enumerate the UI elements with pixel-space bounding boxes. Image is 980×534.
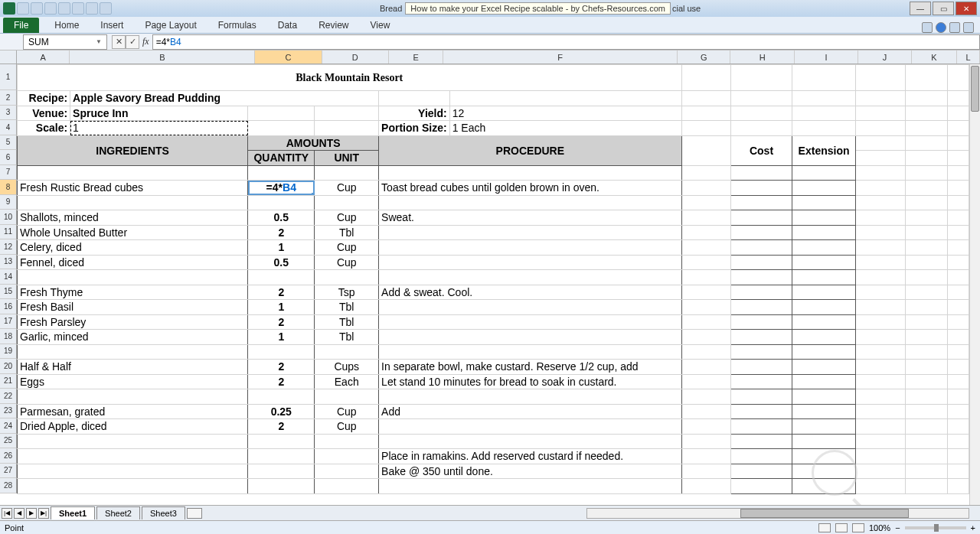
cell-extension[interactable] xyxy=(792,360,856,375)
name-box[interactable]: SUM ▼ xyxy=(23,34,107,50)
cell-extension[interactable] xyxy=(792,434,856,449)
cell-ingredient[interactable]: Dried Apple, diced xyxy=(18,419,248,435)
scale-value[interactable]: 1 xyxy=(70,121,248,136)
row-header-15[interactable]: 15 xyxy=(0,285,17,300)
cell-procedure[interactable] xyxy=(379,255,681,270)
cell-quantity[interactable]: 0.25 xyxy=(248,404,315,419)
cell-unit[interactable]: Cup xyxy=(315,255,379,270)
cell-cost[interactable] xyxy=(731,255,792,270)
cell-unit[interactable]: Each xyxy=(315,374,379,389)
zoom-slider-handle[interactable] xyxy=(934,524,939,532)
cell-procedure[interactable] xyxy=(379,419,681,435)
cell-unit[interactable] xyxy=(315,344,379,360)
cell-procedure[interactable]: In separate bowl, make custard. Reserve … xyxy=(379,360,681,375)
cell-procedure[interactable] xyxy=(379,195,681,210)
cell-cost[interactable] xyxy=(731,404,792,419)
ribbon-tab-page-layout[interactable]: Page Layout xyxy=(134,18,207,33)
cell-procedure[interactable]: Place in ramakins. Add reserved custard … xyxy=(379,449,681,464)
sheet-tab-2[interactable]: Sheet2 xyxy=(96,506,140,519)
cell-ingredient[interactable]: Fresh Basil xyxy=(18,300,248,315)
cell-cost[interactable] xyxy=(731,434,792,449)
cell-quantity[interactable] xyxy=(248,195,315,210)
cell-quantity[interactable]: 1 xyxy=(248,330,315,345)
cell-ingredient[interactable] xyxy=(18,434,248,449)
cell-ingredient[interactable]: Shallots, minced xyxy=(18,210,248,226)
cell-ingredient[interactable]: Fresh Thyme xyxy=(18,285,248,300)
sheet-tab-3[interactable]: Sheet3 xyxy=(142,506,185,519)
col-header-e[interactable]: E xyxy=(389,50,443,63)
row-header-1[interactable]: 1 xyxy=(0,64,17,90)
ribbon-tab-view[interactable]: View xyxy=(360,18,401,33)
cell-extension[interactable] xyxy=(792,404,856,419)
cell-ingredient[interactable] xyxy=(18,389,248,405)
row-header-5[interactable]: 5 xyxy=(0,135,17,151)
cell-cost[interactable] xyxy=(731,270,792,285)
cell-extension[interactable] xyxy=(792,330,856,345)
cell-ingredient[interactable]: Garlic, minced xyxy=(18,330,248,345)
fx-icon[interactable]: fx xyxy=(142,36,149,47)
ribbon-tab-insert[interactable]: Insert xyxy=(90,18,134,33)
qat-icon[interactable] xyxy=(100,2,112,15)
cell-ingredient[interactable]: Eggs xyxy=(18,374,248,389)
zoom-slider[interactable] xyxy=(905,526,966,529)
cell-procedure[interactable] xyxy=(379,479,681,494)
sheet-nav-prev[interactable]: ◀ xyxy=(14,508,24,519)
cell-quantity[interactable] xyxy=(248,270,315,285)
ribbon-minimize-icon[interactable] xyxy=(922,22,933,33)
cell-ingredient[interactable]: Whole Unsalted Butter xyxy=(18,225,248,240)
col-header-k[interactable]: K xyxy=(912,50,958,63)
cell-procedure[interactable] xyxy=(379,240,681,256)
select-all-corner[interactable] xyxy=(0,50,17,63)
row-header-6[interactable]: 6 xyxy=(0,150,17,165)
cell-procedure[interactable] xyxy=(379,389,681,405)
cell-quantity[interactable]: 0.5 xyxy=(248,255,315,270)
row-header-28[interactable]: 28 xyxy=(0,478,17,493)
col-header-f[interactable]: F xyxy=(443,50,678,63)
qat-icon[interactable] xyxy=(72,2,84,15)
row-header-3[interactable]: 3 xyxy=(0,106,17,121)
cell-extension[interactable] xyxy=(792,285,856,300)
cell-quantity[interactable]: 2 xyxy=(248,360,315,375)
row-header-9[interactable]: 9 xyxy=(0,195,17,210)
row-header-20[interactable]: 20 xyxy=(0,359,17,374)
help-icon[interactable] xyxy=(936,22,946,33)
cell-quantity-editing[interactable]: =4*B4 xyxy=(248,181,315,196)
sheet-tab-1[interactable]: Sheet1 xyxy=(51,506,95,519)
cell-extension[interactable] xyxy=(792,344,856,360)
cell-cost[interactable] xyxy=(731,225,792,240)
cell-quantity[interactable]: 0.5 xyxy=(248,210,315,226)
cell-unit[interactable]: Cup xyxy=(315,240,379,256)
cell-extension[interactable] xyxy=(792,374,856,389)
cell-unit[interactable] xyxy=(315,195,379,210)
cell-procedure[interactable]: Add & sweat. Cool. xyxy=(379,285,681,300)
cell-cost[interactable] xyxy=(731,479,792,494)
row-header-18[interactable]: 18 xyxy=(0,329,17,344)
cell-cost[interactable] xyxy=(731,330,792,345)
row-header-26[interactable]: 26 xyxy=(0,448,17,464)
qat-icon[interactable] xyxy=(86,2,98,15)
minimize-button[interactable]: — xyxy=(910,2,931,15)
zoom-in-button[interactable]: + xyxy=(971,523,975,532)
row-header-7[interactable]: 7 xyxy=(0,165,17,181)
cell-cost[interactable] xyxy=(731,285,792,300)
file-tab[interactable]: File xyxy=(3,18,39,33)
cell-unit[interactable] xyxy=(315,389,379,405)
window-restore-icon[interactable] xyxy=(949,22,960,33)
cell-extension[interactable] xyxy=(792,419,856,435)
page-break-view-icon[interactable] xyxy=(852,523,864,532)
col-header-b[interactable]: B xyxy=(70,50,255,63)
cell-unit[interactable] xyxy=(315,434,379,449)
cell-quantity[interactable]: 2 xyxy=(248,225,315,240)
redo-icon[interactable] xyxy=(44,2,57,15)
col-header-h[interactable]: H xyxy=(730,50,794,63)
excel-icon[interactable] xyxy=(3,2,15,15)
qat-icon[interactable] xyxy=(58,2,70,15)
cell-procedure[interactable]: Add xyxy=(379,404,681,419)
col-header-i[interactable]: I xyxy=(795,50,858,63)
cell-quantity[interactable] xyxy=(248,389,315,405)
vertical-scrollbar[interactable] xyxy=(969,64,980,529)
ribbon-tab-formulas[interactable]: Formulas xyxy=(207,18,267,33)
row-header-4[interactable]: 4 xyxy=(0,120,17,135)
fill-handle[interactable] xyxy=(312,193,315,196)
cell-ingredient[interactable]: Fennel, diced xyxy=(18,255,248,270)
